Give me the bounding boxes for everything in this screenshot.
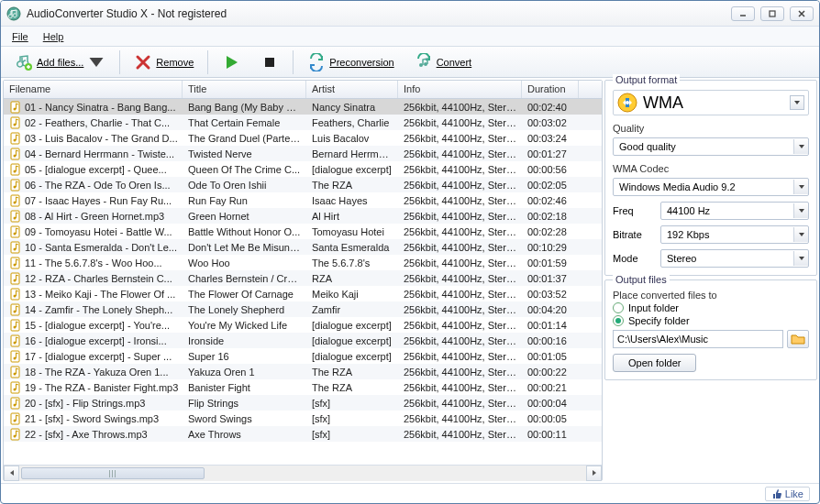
codec-combo[interactable]: Windows Media Audio 9.2: [613, 178, 809, 196]
cell-duration: 00:02:40: [522, 101, 579, 114]
table-row[interactable]: 01 - Nancy Sinatra - Bang Bang...Bang Ba…: [4, 99, 602, 115]
cell-info: 256kbit, 44100Hz, Stereo: [398, 303, 522, 316]
header-duration[interactable]: Duration: [522, 81, 579, 98]
cell-artist: [sfx]: [306, 412, 398, 425]
cell-filename: 18 - The RZA - Yakuza Oren 1...: [4, 365, 183, 379]
table-row[interactable]: 04 - Bernard Herrmann - Twiste...Twisted…: [4, 146, 602, 161]
table-row[interactable]: 12 - RZA - Charles Bernstein C...Charles…: [4, 270, 602, 286]
stop-button[interactable]: [252, 49, 287, 75]
add-files-button[interactable]: Add files...: [6, 49, 114, 75]
output-path-input[interactable]: [613, 330, 783, 348]
table-row[interactable]: 06 - The RZA - Ode To Oren Is...Ode To O…: [4, 177, 602, 192]
browse-folder-button[interactable]: [787, 330, 809, 348]
table-body: 01 - Nancy Sinatra - Bang Bang...Bang Ba…: [4, 99, 602, 465]
minimize-button[interactable]: [731, 6, 755, 21]
format-dropdown-icon[interactable]: [790, 95, 804, 110]
bitrate-combo[interactable]: 192 Kbps: [660, 225, 809, 244]
thumbs-up-icon: [771, 488, 782, 499]
table-row[interactable]: 16 - [dialogue excerpt] - Ironsi...Irons…: [4, 333, 602, 348]
cell-info: 256kbit, 44100Hz, Stereo: [398, 350, 522, 363]
header-info[interactable]: Info: [398, 81, 522, 98]
header-filename[interactable]: Filename: [4, 81, 183, 98]
table-row[interactable]: 17 - [dialogue excerpt] - Super ...Super…: [4, 348, 602, 364]
table-row[interactable]: 07 - Isaac Hayes - Run Fay Ru...Run Fay …: [4, 192, 602, 208]
svg-rect-11: [11, 133, 19, 144]
cell-title: The Flower Of Carnage: [183, 288, 306, 301]
mp3-file-icon: [9, 148, 22, 160]
play-button[interactable]: [214, 49, 249, 75]
dropdown-icon: [793, 203, 808, 218]
header-title[interactable]: Title: [183, 81, 306, 98]
cell-duration: 00:10:29: [522, 241, 579, 254]
table-row[interactable]: 03 - Luis Bacalov - The Grand D...The Gr…: [4, 130, 602, 146]
table-row[interactable]: 21 - [sfx] - Sword Swings.mp3Sword Swing…: [4, 411, 602, 426]
cell-artist: [sfx]: [306, 397, 398, 410]
cell-title: Yakuza Oren 1: [183, 366, 306, 378]
quality-combo[interactable]: Good quality: [613, 137, 809, 156]
like-button[interactable]: Like: [765, 487, 810, 501]
table-row[interactable]: 13 - Meiko Kaji - The Flower Of ...The F…: [4, 286, 602, 301]
radio-specify-folder[interactable]: Specify folder: [613, 315, 809, 326]
svg-rect-31: [11, 289, 19, 300]
cell-duration: 00:01:37: [522, 272, 579, 285]
table-row[interactable]: 15 - [dialogue excerpt] - You're...You'r…: [4, 317, 602, 333]
preconversion-label: Preconversion: [329, 57, 393, 68]
dropdown-icon: [793, 251, 808, 266]
cell-duration: 00:02:18: [522, 210, 579, 223]
table-row[interactable]: 18 - The RZA - Yakuza Oren 1...Yakuza Or…: [4, 364, 602, 379]
table-row[interactable]: 02 - Feathers, Charlie - That C...That C…: [4, 115, 602, 130]
radio-input-folder[interactable]: Input folder: [613, 302, 809, 313]
title-bar: AudioConverter Studio X - Not registered: [1, 1, 819, 27]
table-row[interactable]: 19 - The RZA - Banister Fight.mp3Baniste…: [4, 379, 602, 395]
cell-duration: 00:01:59: [522, 257, 579, 269]
mp3-file-icon: [9, 397, 22, 410]
svg-rect-25: [11, 242, 19, 253]
cell-info: 256kbit, 44100Hz, Stereo: [398, 366, 522, 378]
mode-combo[interactable]: Stereo: [660, 249, 809, 268]
scroll-thumb[interactable]: [21, 467, 205, 479]
cell-artist: [dialogue excerpt]: [306, 319, 398, 332]
cell-duration: 00:01:14: [522, 319, 579, 332]
mp3-file-icon: [9, 334, 22, 347]
open-folder-button[interactable]: Open folder: [613, 354, 696, 372]
close-button[interactable]: [790, 6, 814, 21]
table-row[interactable]: 20 - [sfx] - Flip Strings.mp3Flip String…: [4, 395, 602, 411]
header-artist[interactable]: Artist: [306, 81, 398, 98]
like-label: Like: [785, 488, 803, 499]
menu-file[interactable]: File: [5, 28, 36, 45]
preconversion-button[interactable]: Preconversion: [299, 49, 402, 75]
cell-artist: [sfx]: [306, 428, 398, 441]
scroll-track[interactable]: [19, 466, 586, 481]
scroll-right-button[interactable]: [586, 466, 602, 481]
svg-rect-19: [11, 195, 19, 206]
play-icon: [222, 53, 240, 71]
freq-combo[interactable]: 44100 Hz: [660, 202, 809, 220]
table-row[interactable]: 22 - [sfx] - Axe Throws.mp3Axe Throws[sf…: [4, 426, 602, 442]
file-list-panel: Filename Title Artist Info Duration 01 -…: [3, 80, 603, 481]
cell-info: 256kbit, 44100Hz, Stereo: [398, 148, 522, 160]
cell-filename: 21 - [sfx] - Sword Swings.mp3: [4, 411, 183, 426]
cell-filename: 19 - The RZA - Banister Fight.mp3: [4, 380, 183, 395]
table-row[interactable]: 11 - The 5.6.7.8's - Woo Hoo...Woo HooTh…: [4, 255, 602, 270]
convert-label: Convert: [437, 57, 472, 68]
maximize-button[interactable]: [760, 6, 784, 21]
cell-filename: 06 - The RZA - Ode To Oren Is...: [4, 178, 183, 192]
table-row[interactable]: 08 - Al Hirt - Green Hornet.mp3Green Hor…: [4, 208, 602, 224]
format-selector[interactable]: WMA: [613, 90, 809, 115]
table-row[interactable]: 14 - Zamfir - The Lonely Sheph...The Lon…: [4, 301, 602, 317]
cell-duration: 00:03:52: [522, 288, 579, 301]
cell-info: 256kbit, 44100Hz, Stereo: [398, 163, 522, 176]
horizontal-scrollbar[interactable]: [4, 465, 602, 480]
table-row[interactable]: 10 - Santa Esmeralda - Don't Le...Don't …: [4, 239, 602, 255]
cell-artist: Tomoyasu Hotei: [306, 225, 398, 238]
table-row[interactable]: 09 - Tomoyasu Hotei - Battle W...Battle …: [4, 224, 602, 239]
table-row[interactable]: 05 - [dialogue excerpt] - Quee...Queen O…: [4, 161, 602, 177]
scroll-left-button[interactable]: [4, 466, 19, 481]
status-bar: Like: [1, 483, 819, 503]
cell-title: Green Hornet: [183, 210, 306, 223]
menu-help[interactable]: Help: [36, 28, 72, 45]
remove-button[interactable]: Remove: [126, 49, 202, 75]
cell-duration: 00:00:16: [522, 334, 579, 347]
mp3-file-icon: [9, 366, 22, 378]
convert-button[interactable]: Convert: [406, 49, 481, 75]
